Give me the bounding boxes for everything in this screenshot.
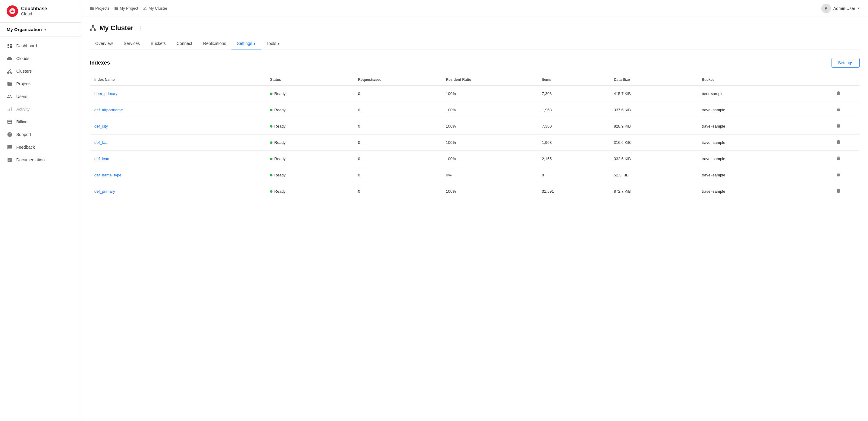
col-header-index-name: Index Name xyxy=(90,74,266,86)
sidebar-item-feedback[interactable]: Feedback xyxy=(0,141,81,153)
col-header-bucket: Bucket xyxy=(698,74,817,86)
status-badge: Ready xyxy=(270,189,350,193)
clouds-icon xyxy=(7,56,13,62)
org-selector[interactable]: My Organization ▾ xyxy=(0,23,81,36)
index-link[interactable]: def_primary xyxy=(94,189,115,193)
breadcrumb-project: My Project xyxy=(114,6,138,10)
svg-point-11 xyxy=(144,9,145,10)
sidebar-item-documentation-label: Documentation xyxy=(16,157,44,162)
trash-icon xyxy=(836,156,841,161)
index-link[interactable]: def_icao xyxy=(94,156,109,161)
logo-text: Couchbase Cloud xyxy=(21,6,47,17)
index-requests-cell: 0 xyxy=(354,134,442,151)
delete-index-button[interactable] xyxy=(835,122,842,130)
index-size-cell: 337.6 KiB xyxy=(610,102,698,118)
table-row: def_name_type Ready 0 0% 0 52.3 KiB trav… xyxy=(90,167,860,183)
status-badge: Ready xyxy=(270,124,350,128)
col-header-requests: Requests/sec xyxy=(354,74,442,86)
table-row: def_city Ready 0 100% 7,380 828.9 KiB tr… xyxy=(90,118,860,134)
sidebar-item-clouds[interactable]: Clouds xyxy=(0,52,81,65)
col-header-action xyxy=(817,74,859,86)
status-text: Ready xyxy=(274,140,286,145)
page-content: My Cluster ⋮ Overview Services Buckets C… xyxy=(82,17,868,421)
tab-overview[interactable]: Overview xyxy=(90,38,118,50)
tab-replications[interactable]: Replications xyxy=(198,38,231,50)
status-text: Ready xyxy=(274,124,286,128)
index-bucket-cell: travel-sample xyxy=(698,183,817,200)
tools-tab-arrow: ▾ xyxy=(278,41,280,46)
index-action-cell xyxy=(817,118,859,134)
index-action-cell xyxy=(817,151,859,167)
sidebar-item-dashboard[interactable]: Dashboard xyxy=(0,39,81,52)
tab-buckets[interactable]: Buckets xyxy=(145,38,171,50)
svg-line-4 xyxy=(8,70,10,72)
indexes-table: Index Name Status Requests/sec Resident … xyxy=(90,73,860,200)
index-action-cell xyxy=(817,102,859,118)
delete-index-button[interactable] xyxy=(835,106,842,114)
col-header-status: Status xyxy=(266,74,354,86)
index-link[interactable]: def_faa xyxy=(94,140,107,145)
index-status-cell: Ready xyxy=(266,86,354,102)
indexes-settings-button[interactable]: Settings xyxy=(832,58,860,67)
table-row: def_faa Ready 0 100% 1,968 316.6 KiB tra… xyxy=(90,134,860,151)
index-name-cell: def_city xyxy=(90,118,266,134)
col-header-ratio: Resident Ratio xyxy=(442,74,538,86)
delete-index-button[interactable] xyxy=(835,155,842,163)
sidebar-item-clusters-label: Clusters xyxy=(16,69,32,73)
breadcrumb: Projects › My Project › xyxy=(90,6,167,10)
table-row: def_icao Ready 0 100% 2,155 332.5 KiB tr… xyxy=(90,151,860,167)
sidebar-item-clouds-label: Clouds xyxy=(16,56,30,61)
index-size-cell: 316.6 KiB xyxy=(610,134,698,151)
index-name-cell: def_primary xyxy=(90,183,266,200)
index-action-cell xyxy=(817,134,859,151)
breadcrumb-projects-link[interactable]: Projects xyxy=(95,6,110,10)
index-items-cell: 7,303 xyxy=(538,86,610,102)
index-items-cell: 0 xyxy=(538,167,610,183)
tab-services[interactable]: Services xyxy=(118,38,145,50)
index-link[interactable]: def_name_type xyxy=(94,173,121,177)
status-badge: Ready xyxy=(270,140,350,145)
tab-connect[interactable]: Connect xyxy=(171,38,198,50)
table-row: def_airportname Ready 0 100% 1,968 337.6… xyxy=(90,102,860,118)
logo-icon xyxy=(7,5,18,17)
sidebar-item-projects[interactable]: Projects xyxy=(0,78,81,90)
docs-icon xyxy=(7,157,13,163)
user-chevron-icon: ▾ xyxy=(858,6,860,10)
org-chevron-icon: ▾ xyxy=(44,27,46,32)
index-link[interactable]: def_city xyxy=(94,124,108,128)
index-link[interactable]: def_airportname xyxy=(94,108,123,112)
tab-settings[interactable]: Settings ▾ xyxy=(231,38,261,50)
index-requests-cell: 0 xyxy=(354,102,442,118)
cluster-header: My Cluster ⋮ Overview Services Buckets C… xyxy=(82,17,868,50)
index-size-cell: 52.3 KiB xyxy=(610,167,698,183)
cluster-more-menu[interactable]: ⋮ xyxy=(137,25,143,31)
delete-index-button[interactable] xyxy=(835,90,842,98)
cluster-title-icon xyxy=(90,25,96,31)
logo: Couchbase Cloud xyxy=(0,0,81,23)
brand-sub: Cloud xyxy=(21,11,47,17)
delete-index-button[interactable] xyxy=(835,139,842,147)
user-menu[interactable]: A Admin User ▾ xyxy=(821,4,860,13)
user-name: Admin User xyxy=(833,6,855,11)
status-badge: Ready xyxy=(270,156,350,161)
index-link[interactable]: beer_primary xyxy=(94,91,118,96)
delete-index-button[interactable] xyxy=(835,171,842,179)
cluster-name: My Cluster xyxy=(99,24,133,32)
sidebar-item-billing[interactable]: Billing xyxy=(0,116,81,128)
index-requests-cell: 0 xyxy=(354,167,442,183)
delete-index-button[interactable] xyxy=(835,187,842,196)
sidebar-item-clusters[interactable]: Clusters xyxy=(0,65,81,78)
status-text: Ready xyxy=(274,91,286,96)
index-ratio-cell: 100% xyxy=(442,86,538,102)
svg-point-2 xyxy=(7,72,9,73)
sidebar-item-support[interactable]: Support xyxy=(0,128,81,141)
index-items-cell: 1,968 xyxy=(538,134,610,151)
tab-tools[interactable]: Tools ▾ xyxy=(261,38,285,50)
svg-line-13 xyxy=(144,7,145,9)
sidebar-item-documentation[interactable]: Documentation xyxy=(0,153,81,166)
svg-point-16 xyxy=(92,25,94,27)
svg-line-19 xyxy=(91,27,93,29)
sidebar-item-users[interactable]: Users xyxy=(0,90,81,103)
breadcrumb-sep-2: › xyxy=(140,6,141,10)
breadcrumb-project-link[interactable]: My Project xyxy=(120,6,138,10)
